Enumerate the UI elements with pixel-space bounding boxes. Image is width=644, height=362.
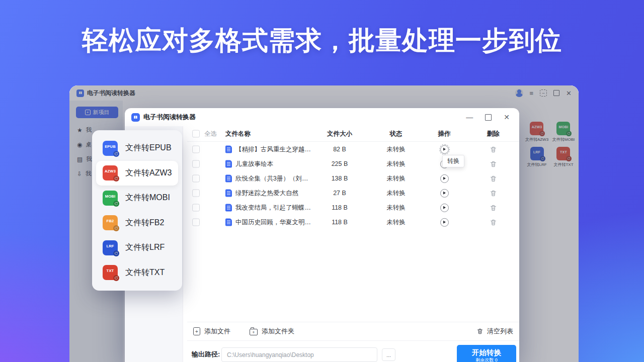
table-row: 中国历史回顾，华夏文明历程... 118 B 未转换 xyxy=(187,215,519,229)
table-row: 【精排】古风重生之穿越女的... 82 B 未转换 xyxy=(187,142,519,156)
table-row: 我改变结局，引起了蝴蝶效应... 118 B 未转换 xyxy=(187,200,519,215)
document-icon xyxy=(225,174,232,182)
document-icon xyxy=(225,160,232,167)
delete-trash-icon[interactable] xyxy=(490,190,497,197)
convert-badge-icon xyxy=(113,151,119,157)
column-header-action: 操作 xyxy=(422,130,467,138)
file-name: 欣悦全集（共3册）（刘云云） xyxy=(235,174,313,183)
convert-play-button[interactable] xyxy=(440,145,449,154)
table-row: 儿童故事绘本 225 B 未转换 xyxy=(187,156,519,171)
start-convert-button[interactable]: 开始转换 剩余次数 0 xyxy=(457,345,516,362)
select-all-checkbox[interactable] xyxy=(192,130,200,138)
row-checkbox[interactable] xyxy=(192,218,200,226)
file-size: 27 B xyxy=(317,190,362,197)
file-name: 【精排】古风重生之穿越女的... xyxy=(235,145,313,153)
column-header-name: 文件名称 xyxy=(225,130,251,138)
app-logo-icon xyxy=(131,113,140,122)
document-icon xyxy=(225,204,232,211)
format-menu-popup: EPUB 文件转EPUB AZW3 文件转AZW3 xyxy=(92,130,182,291)
file-name: 绿野迷踪之热爱大自然 xyxy=(235,189,298,197)
column-header-delete: 删除 xyxy=(470,130,516,138)
list-toolbar: 添加文件 添加文件夹 清空列表 xyxy=(187,322,519,341)
add-file-icon xyxy=(193,327,200,335)
convert-play-button[interactable] xyxy=(440,174,449,183)
file-status: 未转换 xyxy=(373,174,419,183)
file-size: 225 B xyxy=(317,160,362,167)
banner-headline: 轻松应对多格式需求，批量处理一步到位 xyxy=(0,23,644,58)
format-file-icon: EPUB xyxy=(103,141,118,156)
format-menu-item[interactable]: LRF 文件转LRF xyxy=(96,235,178,260)
browse-button[interactable]: ... xyxy=(382,348,395,361)
dialog-title: 电子书阅读转换器 xyxy=(143,113,196,122)
marketing-banner: 轻松应对多格式需求，批量处理一步到位 电子书阅读转换器 ≡ – ✕ 新项目 xyxy=(0,0,644,362)
convert-play-button[interactable] xyxy=(440,218,449,227)
dialog-window-controls: — ✕ xyxy=(466,114,513,121)
add-file-button[interactable]: 添加文件 xyxy=(193,327,230,336)
format-menu-item[interactable]: FB2 文件转FB2 xyxy=(96,211,178,236)
file-name: 我改变结局，引起了蝴蝶效应... xyxy=(235,203,313,212)
remaining-count: 剩余次数 0 xyxy=(475,357,498,362)
file-size: 138 B xyxy=(317,175,362,182)
close-icon[interactable]: ✕ xyxy=(504,114,510,121)
row-checkbox[interactable] xyxy=(192,145,200,153)
table-row: 绿野迷踪之热爱大自然 27 B 未转换 xyxy=(187,186,519,200)
output-path-label: 输出路径: xyxy=(192,350,220,359)
document-icon xyxy=(225,189,232,197)
delete-trash-icon[interactable] xyxy=(490,219,497,226)
convert-play-button[interactable] xyxy=(440,204,449,212)
file-status: 未转换 xyxy=(373,189,419,197)
table-row: 欣悦全集（共3册）（刘云云） 138 B 未转换 xyxy=(187,171,519,186)
file-name: 儿童故事绘本 xyxy=(235,159,273,168)
document-icon xyxy=(225,145,232,153)
minimize-icon[interactable]: — xyxy=(466,114,473,121)
add-folder-button[interactable]: 添加文件夹 xyxy=(250,327,294,336)
output-path-input[interactable] xyxy=(221,347,377,362)
file-status: 未转换 xyxy=(373,203,419,212)
format-file-icon: AZW3 xyxy=(103,165,118,180)
convert-badge-icon xyxy=(113,225,119,231)
delete-trash-icon[interactable] xyxy=(490,204,497,212)
file-status: 未转换 xyxy=(373,159,419,168)
convert-badge-icon xyxy=(113,175,119,182)
format-file-icon: FB2 xyxy=(103,215,118,230)
format-menu-item[interactable]: AZW3 文件转AZW3 xyxy=(96,161,178,186)
file-size: 118 B xyxy=(317,204,362,211)
column-header-status: 状态 xyxy=(373,130,419,138)
file-status: 未转换 xyxy=(373,218,419,226)
format-file-icon: MOBI xyxy=(103,191,118,206)
convert-badge-icon xyxy=(113,275,119,281)
convert-tooltip: 转换 xyxy=(442,155,464,167)
format-file-icon: LRF xyxy=(103,240,118,255)
add-folder-icon xyxy=(250,329,258,335)
document-icon xyxy=(225,218,232,226)
convert-play-button[interactable] xyxy=(440,189,449,198)
row-checkbox[interactable] xyxy=(192,189,200,197)
delete-trash-icon[interactable] xyxy=(490,175,497,183)
format-menu-item[interactable]: TXT 文件转TXT xyxy=(96,260,178,286)
clear-list-button[interactable]: 清空列表 xyxy=(476,327,513,336)
dialog-content: 全选 文件名称 文件大小 状态 操作 删除 【精排】古风重生之穿越女的... xyxy=(187,126,519,362)
delete-trash-icon[interactable] xyxy=(490,160,497,168)
row-checkbox[interactable] xyxy=(192,174,200,182)
select-all-label: 全选 xyxy=(204,130,217,138)
file-table-body: 【精排】古风重生之穿越女的... 82 B 未转换 xyxy=(187,142,519,229)
table-header: 全选 文件名称 文件大小 状态 操作 删除 xyxy=(187,126,519,142)
row-checkbox[interactable] xyxy=(192,160,200,167)
file-name: 中国历史回顾，华夏文明历程... xyxy=(235,218,313,226)
maximize-icon[interactable] xyxy=(485,114,492,121)
row-checkbox[interactable] xyxy=(192,204,200,211)
convert-badge-icon xyxy=(113,201,119,207)
column-header-size: 文件大小 xyxy=(317,130,362,138)
file-status: 未转换 xyxy=(373,145,419,153)
trash-icon xyxy=(476,328,484,335)
file-size: 118 B xyxy=(317,219,362,226)
delete-trash-icon[interactable] xyxy=(490,146,497,153)
file-size: 82 B xyxy=(317,146,362,153)
dialog-titlebar: 电子书阅读转换器 — ✕ xyxy=(125,108,519,126)
converter-dialog: 电子书阅读转换器 — ✕ 全选 文件名称 文件大小 状态 操作 删除 xyxy=(125,108,519,362)
convert-badge-icon xyxy=(113,250,119,256)
format-file-icon: TXT xyxy=(103,265,118,280)
format-menu-item[interactable]: EPUB 文件转EPUB xyxy=(96,136,178,161)
dialog-footer: 输出路径: ... 开始转换 剩余次数 0 xyxy=(187,341,519,362)
format-menu-item[interactable]: MOBI 文件转MOBI xyxy=(96,186,178,211)
